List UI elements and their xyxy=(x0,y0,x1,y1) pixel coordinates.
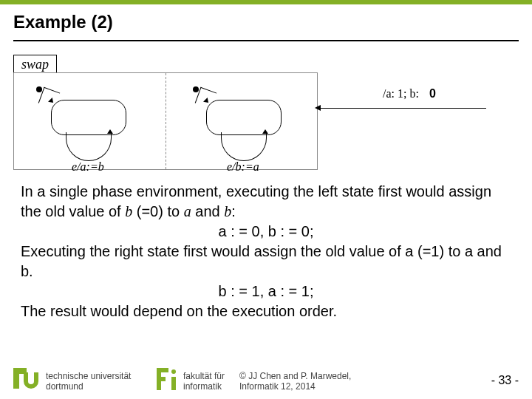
para-1a: In a single phase environment, executing… xyxy=(21,183,491,219)
selfloop-right xyxy=(221,132,267,161)
init-action-label: /a: 1; b: xyxy=(383,87,419,100)
para-1-mid: (=0) to xyxy=(132,203,183,219)
var-b: b xyxy=(125,203,132,219)
page-title: Example (2) xyxy=(13,12,519,33)
uni-line1: technische universität xyxy=(46,371,131,381)
swap-label: swap xyxy=(13,55,57,75)
initial-dot-right xyxy=(193,86,199,92)
copy-line1: © JJ Chen and P. Marwedel, xyxy=(239,371,351,381)
state-left xyxy=(51,100,126,135)
para-1-and: and xyxy=(191,203,224,219)
var-a: a xyxy=(184,203,191,219)
title-rule xyxy=(13,40,519,41)
selfloop-left xyxy=(66,132,112,161)
init-arrow-line xyxy=(318,108,486,109)
fak-line1: fakultät für xyxy=(183,371,225,381)
statechart-outer: e/a:=b e/b:=a xyxy=(13,72,318,170)
arrowhead-icon xyxy=(262,129,268,134)
copyright: © JJ Chen and P. Marwedel, Informatik 12… xyxy=(239,371,351,392)
var-b2: b xyxy=(224,203,231,219)
code-line-1: a : = 0, b : = 0; xyxy=(21,222,511,242)
state-right xyxy=(206,100,282,135)
figure: swap e/a:=b e/b:=a /a: 1; b: 0 xyxy=(13,55,519,173)
fi-logo-icon xyxy=(157,368,179,390)
university-name: technische universität dortmund xyxy=(46,371,131,392)
body-text: In a single phase environment, executing… xyxy=(0,173,532,321)
dashed-divider xyxy=(166,73,166,169)
arrowhead-icon xyxy=(315,105,321,111)
uni-line2: dortmund xyxy=(46,381,83,392)
footer: technische universität dortmund fakultät… xyxy=(0,366,532,399)
code-line-2: b : = 1, a : = 1; xyxy=(21,282,511,301)
initial-dot-left xyxy=(36,86,42,92)
transition-label-right: e/b:=a xyxy=(227,160,259,174)
init-action-value: 0 xyxy=(429,87,436,100)
fak-line2: informatik xyxy=(183,381,222,392)
para-2: Executing the right state first would as… xyxy=(21,243,502,279)
transition-label-left: e/a:=b xyxy=(72,160,104,174)
para-3: The result would depend on the execution… xyxy=(21,303,337,319)
tu-logo-icon xyxy=(13,368,41,390)
title-area: Example (2) xyxy=(0,4,532,37)
faculty-name: fakultät für informatik xyxy=(183,371,225,392)
init-action-text: /a: 1; b: 0 xyxy=(383,87,436,100)
copy-line2: Informatik 12, 2014 xyxy=(239,381,316,392)
para-1-colon: : xyxy=(231,203,236,219)
arrowhead-icon xyxy=(107,129,113,134)
page-number: - 33 - xyxy=(491,374,519,387)
